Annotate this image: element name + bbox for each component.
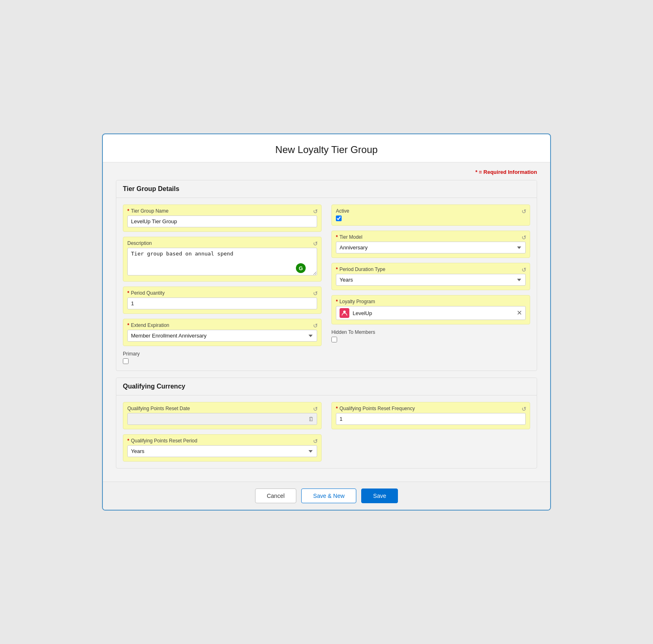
qp-reset-frequency-input[interactable] <box>336 413 526 425</box>
hidden-to-members-field-group: Hidden To Members <box>331 329 530 342</box>
primary-label: Primary <box>123 351 322 357</box>
qp-reset-frequency-label: * Qualifying Points Reset Frequency <box>336 406 526 411</box>
qualifying-currency-section: Qualifying Currency Qualifying Points Re… <box>116 378 537 469</box>
save-new-button[interactable]: Save & New <box>301 489 356 503</box>
active-checkbox[interactable] <box>336 215 342 221</box>
period-quantity-label: * Period Quantity <box>127 290 317 296</box>
loyalty-program-label: * Loyalty Program <box>336 299 526 304</box>
tier-model-field-group: * Tier Model ↺ Anniversary Fixed Rolling <box>331 231 530 258</box>
extend-expiration-reset-icon[interactable]: ↺ <box>313 322 318 329</box>
tier-group-details-title: Tier Group Details <box>116 180 537 198</box>
qualifying-currency-left-col: Qualifying Points Reset Date ↺ 🗓 * Quali… <box>123 402 322 462</box>
active-field-group: Active ↺ <box>331 204 530 226</box>
description-label: Description <box>127 240 317 246</box>
required-star: * <box>475 169 478 175</box>
extend-expiration-select[interactable]: Member Enrollment Anniversary Fixed Date… <box>127 330 317 342</box>
period-duration-type-field-group: * Period Duration Type ↺ Years Months Da… <box>331 263 530 290</box>
qualifying-currency-body: Qualifying Points Reset Date ↺ 🗓 * Quali… <box>116 395 537 468</box>
tier-model-reset-icon[interactable]: ↺ <box>522 234 526 241</box>
loyalty-program-name: LevelUp <box>353 310 513 316</box>
tier-group-details-section: Tier Group Details * Tier Group Name ↺ <box>116 180 537 371</box>
qp-reset-date-input[interactable] <box>127 413 317 425</box>
hidden-to-members-checkbox[interactable] <box>331 337 337 342</box>
active-reset-icon[interactable]: ↺ <box>522 208 526 215</box>
period-duration-type-reset-icon[interactable]: ↺ <box>522 266 526 273</box>
qp-reset-frequency-reset-icon[interactable]: ↺ <box>522 406 526 412</box>
qp-reset-date-reset-icon[interactable]: ↺ <box>313 406 318 412</box>
tier-model-label: * Tier Model <box>336 234 526 240</box>
hidden-to-members-label: Hidden To Members <box>331 329 530 335</box>
description-textarea[interactable] <box>127 248 317 275</box>
qualifying-currency-title: Qualifying Currency <box>116 378 537 395</box>
qp-reset-frequency-field-group: * Qualifying Points Reset Frequency ↺ <box>331 402 530 429</box>
tier-group-name-input[interactable] <box>127 215 317 227</box>
modal-body: * = Required Information Tier Group Deta… <box>103 162 550 482</box>
required-info-text: * = Required Information <box>116 169 537 175</box>
hidden-to-members-checkbox-row <box>331 337 530 342</box>
period-quantity-field-group: * Period Quantity ↺ <box>123 286 322 314</box>
loyalty-program-field-group: * Loyalty Program LevelUp ✕ <box>331 295 530 324</box>
modal-header: New Loyalty Tier Group <box>103 134 550 162</box>
grammarly-icon: G <box>296 263 306 273</box>
qp-reset-period-select[interactable]: Years Months Days <box>127 445 317 457</box>
save-button[interactable]: Save <box>361 489 398 503</box>
qp-reset-period-label: * Qualifying Points Reset Period <box>127 438 317 444</box>
qp-reset-period-field-group: * Qualifying Points Reset Period ↺ Years… <box>123 434 322 462</box>
period-duration-type-label: * Period Duration Type <box>336 266 526 272</box>
modal-title: New Loyalty Tier Group <box>116 144 537 155</box>
qp-reset-period-reset-icon[interactable]: ↺ <box>313 438 318 444</box>
tier-group-name-field-group: * Tier Group Name ↺ <box>123 204 322 232</box>
period-quantity-input[interactable] <box>127 298 317 309</box>
tier-group-name-label: * Tier Group Name <box>127 208 317 214</box>
qp-reset-date-label: Qualifying Points Reset Date <box>127 406 317 411</box>
extend-expiration-label: * Extend Expiration <box>127 322 317 328</box>
modal-container: New Loyalty Tier Group * = Required Info… <box>102 133 551 511</box>
primary-checkbox[interactable] <box>123 358 129 364</box>
qp-reset-date-wrapper: 🗓 <box>127 413 317 425</box>
loyalty-program-value: LevelUp ✕ <box>336 306 526 320</box>
description-reset-icon[interactable]: ↺ <box>313 240 318 247</box>
modal-footer: Cancel Save & New Save <box>103 482 550 510</box>
loyalty-program-icon <box>340 308 349 318</box>
period-duration-type-select[interactable]: Years Months Days <box>336 274 526 286</box>
extend-expiration-field-group: * Extend Expiration ↺ Member Enrollment … <box>123 319 322 346</box>
primary-field-group: Primary <box>123 351 322 364</box>
cancel-button[interactable]: Cancel <box>255 489 297 503</box>
qp-reset-date-calendar-icon: 🗓 <box>308 416 314 422</box>
tier-model-select[interactable]: Anniversary Fixed Rolling <box>336 242 526 253</box>
tier-group-details-right-col: Active ↺ * Tier Model ↺ <box>331 204 530 364</box>
active-label: Active <box>336 208 526 214</box>
qp-reset-date-field-group: Qualifying Points Reset Date ↺ 🗓 <box>123 402 322 429</box>
tier-group-details-left-col: * Tier Group Name ↺ Description ↺ G <box>123 204 322 364</box>
loyalty-program-clear-icon[interactable]: ✕ <box>517 310 522 316</box>
primary-checkbox-row <box>123 358 322 364</box>
qualifying-currency-right-col: * Qualifying Points Reset Frequency ↺ <box>331 402 530 462</box>
tier-group-name-reset-icon[interactable]: ↺ <box>313 208 318 215</box>
period-quantity-reset-icon[interactable]: ↺ <box>313 290 318 297</box>
description-field-group: Description ↺ G <box>123 237 322 282</box>
description-wrapper: G <box>127 248 317 277</box>
tier-group-details-body: * Tier Group Name ↺ Description ↺ G <box>116 198 537 371</box>
svg-point-0 <box>343 311 346 313</box>
active-checkbox-row <box>336 215 526 221</box>
